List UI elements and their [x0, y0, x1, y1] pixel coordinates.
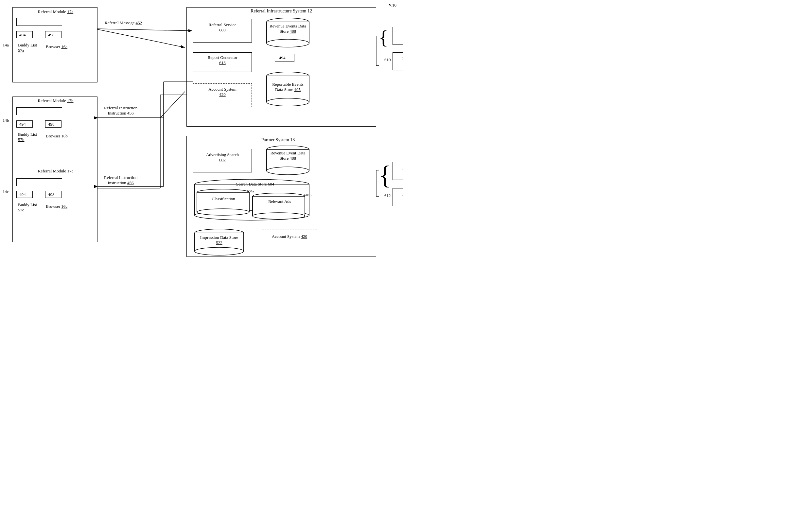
impression-label: Impression Data Store 522	[198, 235, 241, 245]
browser-label-17b: Browser 16b	[46, 133, 68, 139]
svg-point-15	[267, 39, 309, 47]
merchant-15a-label: Merchant 15a	[398, 31, 403, 41]
merchant-15c-label: Merchant 15c	[398, 166, 403, 176]
referral-message-label: Referral Message 452	[105, 20, 142, 25]
btn-494-17b[interactable]: 494	[16, 120, 33, 128]
classification-num: 604a	[247, 189, 254, 193]
btn-494-17c[interactable]: 494	[16, 191, 33, 198]
arrow-610-label: 610	[384, 57, 391, 62]
partner-system-label: Partner System 13	[229, 137, 327, 142]
brace-610: {	[379, 26, 388, 49]
buddy-label-17a: Buddy List 57a	[18, 42, 41, 53]
browser-label-17a: Browser 16a	[46, 44, 68, 50]
account-system2-label: Account System 420	[267, 234, 312, 239]
account-system-label: Account System 420	[196, 87, 249, 97]
module-17b-label: Referral Module 17b	[33, 98, 78, 103]
revenue-events-label: Revenue Events Data Store 488	[268, 23, 307, 34]
browser-label-17c: Browser 16c	[46, 204, 68, 209]
svg-point-20	[267, 98, 309, 106]
classification-label: Classification	[202, 196, 245, 202]
relevant-ads-label: Relevant Ads	[258, 199, 301, 204]
search-box-17b	[16, 107, 62, 115]
svg-point-25	[267, 167, 309, 175]
svg-line-48	[97, 29, 192, 31]
brace-612: {	[379, 160, 391, 190]
diagram-number: ↖10	[389, 3, 397, 8]
svg-line-3	[160, 92, 185, 118]
search-box-17c	[16, 178, 62, 186]
btn-498-17b[interactable]: 498	[45, 120, 61, 128]
svg-line-2	[95, 29, 185, 48]
btn-498-17c[interactable]: 498	[45, 191, 61, 198]
search-data-store-label: Search Data Store 604	[223, 182, 288, 187]
svg-point-35	[197, 209, 249, 215]
client-label-14c: 14c	[3, 189, 9, 194]
buddy-label-17c: Buddy List 57c	[18, 202, 41, 213]
buddy-label-17b: Buddy List 57b	[18, 132, 41, 142]
btn-498-17a[interactable]: 498	[45, 31, 61, 38]
merchant-15d-label: Merchant 15d	[398, 192, 403, 202]
account-system2-box	[262, 229, 317, 251]
arrow-612-label: 612	[384, 193, 391, 198]
svg-point-40	[252, 213, 305, 219]
merchant-15b-label: Merchant 15b	[398, 56, 403, 66]
module-17a-label: Referral Module 17a	[33, 9, 78, 14]
module-17c-label: Referral Module 17c	[33, 169, 78, 174]
referral-infra-label: Referral Infrastructure System 12	[223, 8, 340, 14]
referral-instruction-label: Referral Instruction Instruction 456	[104, 106, 137, 116]
report-generator-label: Report Generator 613	[196, 55, 249, 65]
referral-service-label: Referral Service 600	[196, 22, 249, 33]
referral-instruction2-label: Referral Instruction Instruction 456	[104, 175, 137, 186]
search-box-17a	[16, 18, 62, 26]
diagram: ↖10 14a Referral Module 17a 21a Search 4…	[0, 0, 403, 266]
relevant-ads-num: 604b	[304, 193, 311, 197]
relevant-ads-cylinder	[252, 193, 306, 223]
reportable-events-label: Reportable Events Data Store 495	[268, 82, 307, 92]
svg-line-5	[160, 92, 185, 118]
advertising-search-label: Advertising Search 602	[196, 152, 249, 163]
revenue-events-cylinder	[265, 18, 311, 51]
btn-494-17a[interactable]: 494	[16, 31, 33, 38]
svg-point-45	[195, 247, 244, 255]
revenue-event-partner-label: Revenue Event Data Store 488	[268, 151, 307, 161]
client-label-14a: 14a	[3, 42, 9, 48]
client-label-14b: 14b	[3, 118, 9, 123]
infra-494-box: 494	[275, 54, 294, 62]
classification-cylinder	[196, 189, 250, 218]
